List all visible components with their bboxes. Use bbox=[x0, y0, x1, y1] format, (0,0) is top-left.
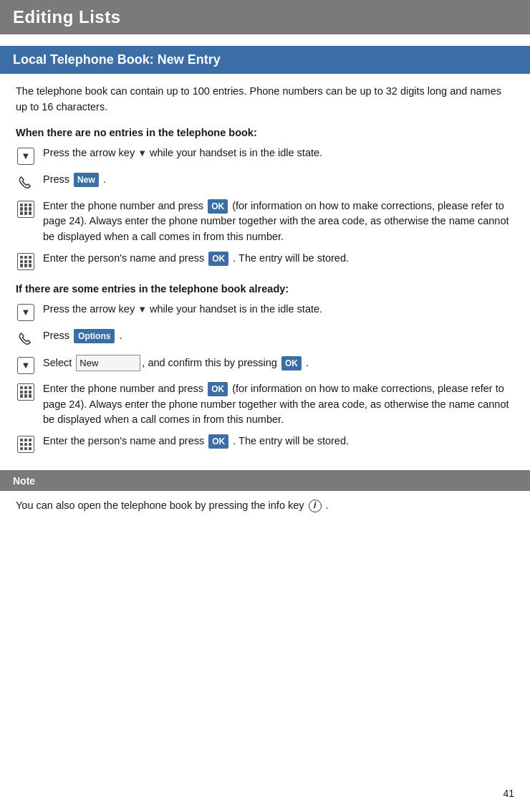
options-badge: Options bbox=[74, 329, 115, 343]
arrow-button-icon: ▼ bbox=[17, 357, 34, 374]
step-text: Enter the person's name and press OK . T… bbox=[43, 434, 514, 449]
ok-badge: OK bbox=[208, 199, 228, 214]
step-text: Press New . bbox=[43, 172, 514, 188]
list-item: ▼ Press the arrow key ▼ while your hands… bbox=[16, 302, 514, 323]
section-header: Local Telephone Book: New Entry bbox=[0, 46, 530, 74]
note-label: Note bbox=[13, 475, 35, 487]
arrow-button-icon: ▼ bbox=[17, 148, 34, 165]
new-badge: New bbox=[74, 173, 99, 187]
list-item: Press Options . bbox=[16, 328, 514, 349]
grid-icon-step bbox=[16, 382, 36, 402]
some-entries-title: If there are some entries in the telepho… bbox=[16, 283, 514, 295]
arrow-key-icon: ▼ bbox=[16, 302, 36, 323]
some-entries-steps: ▼ Press the arrow key ▼ while your hands… bbox=[16, 302, 514, 454]
list-item: ▼ Select New, and confirm this by pressi… bbox=[16, 355, 514, 376]
phone-icon-step bbox=[16, 329, 36, 349]
list-item: Enter the phone number and press OK (for… bbox=[16, 381, 514, 428]
page-header: Editing Lists bbox=[0, 0, 530, 34]
ok-badge: OK bbox=[281, 356, 302, 371]
step-text: Select New, and confirm this by pressing… bbox=[43, 355, 514, 372]
arrow-key-icon: ▼ bbox=[16, 146, 36, 166]
step-text: Press the arrow key ▼ while your handset… bbox=[43, 302, 514, 317]
phone-icon bbox=[18, 331, 34, 347]
ok-badge: OK bbox=[208, 434, 228, 449]
list-item: Enter the phone number and press OK (for… bbox=[16, 199, 514, 245]
phone-icon bbox=[18, 175, 34, 191]
arrow-down-icon: ▼ bbox=[21, 360, 31, 371]
arrow-key-icon: ▼ bbox=[16, 355, 36, 376]
step-text: Enter the person's name and press OK . T… bbox=[43, 251, 514, 267]
grid-icon-step bbox=[16, 434, 36, 454]
grid-menu-icon bbox=[17, 383, 34, 401]
step-text: Enter the phone number and press OK (for… bbox=[43, 199, 514, 245]
section-title: Local Telephone Book: New Entry bbox=[13, 52, 517, 67]
info-icon: i bbox=[309, 500, 322, 512]
arrow-down-icon: ▼ bbox=[21, 151, 31, 161]
list-item: Enter the person's name and press OK . T… bbox=[16, 251, 514, 272]
intro-text: The telephone book can contain up to 100… bbox=[16, 84, 514, 115]
phone-icon-step bbox=[16, 173, 36, 193]
list-item: Press New . bbox=[16, 172, 514, 193]
arrow-down-symbol: ▼ bbox=[138, 302, 147, 317]
arrow-down-symbol: ▼ bbox=[138, 146, 147, 161]
list-item: Enter the person's name and press OK . T… bbox=[16, 434, 514, 454]
step-text: Press Options . bbox=[43, 328, 514, 344]
grid-menu-icon bbox=[17, 436, 34, 453]
content-area: The telephone book can contain up to 100… bbox=[0, 74, 530, 454]
ok-badge: OK bbox=[208, 252, 228, 266]
list-item: ▼ Press the arrow key ▼ while your hands… bbox=[16, 145, 514, 166]
ok-badge: OK bbox=[208, 382, 228, 396]
arrow-down-icon: ▼ bbox=[21, 307, 31, 317]
grid-menu-icon bbox=[17, 253, 34, 270]
new-input-field[interactable]: New bbox=[76, 355, 140, 372]
grid-icon-step bbox=[16, 199, 36, 219]
no-entries-steps: ▼ Press the arrow key ▼ while your hands… bbox=[16, 145, 514, 272]
arrow-button-icon: ▼ bbox=[17, 304, 34, 321]
note-text: You can also open the telephone book by … bbox=[16, 498, 514, 514]
grid-icon-step bbox=[16, 252, 36, 272]
page-title: Editing Lists bbox=[13, 7, 517, 27]
page-number: 41 bbox=[503, 788, 514, 799]
no-entries-title: When there are no entries in the telepho… bbox=[16, 127, 514, 138]
step-text: Enter the phone number and press OK (for… bbox=[43, 381, 514, 428]
grid-menu-icon bbox=[17, 201, 34, 218]
step-text: Press the arrow key ▼ while your handset… bbox=[43, 145, 514, 161]
note-content: You can also open the telephone book by … bbox=[0, 491, 530, 524]
note-bar: Note bbox=[0, 470, 530, 491]
